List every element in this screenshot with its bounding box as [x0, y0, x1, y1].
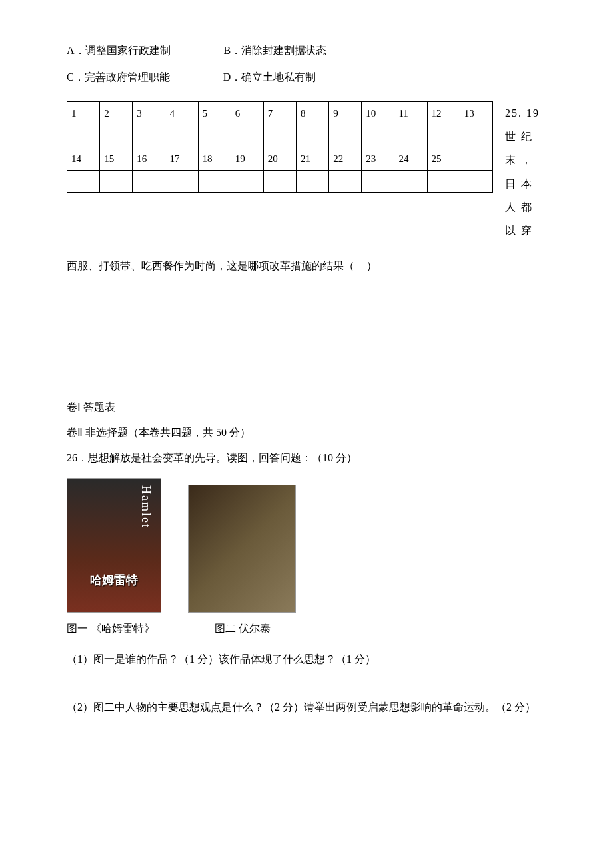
- captions-row: 图一 《哈姆雷特》 图二 伏尔泰: [67, 618, 546, 639]
- cell[interactable]: [296, 171, 328, 193]
- side-line: 末 ，: [505, 148, 540, 171]
- table-row: 14 15 16 17 18 19 20 21 22 23 24 25: [67, 147, 493, 171]
- q26-title: 26．思想解放是社会变革的先导。读图，回答问题：（10 分）: [67, 447, 546, 469]
- option-d: D．确立土地私有制: [223, 67, 316, 88]
- cell[interactable]: 14: [67, 147, 100, 171]
- cell[interactable]: [394, 125, 427, 147]
- option-b: B．消除封建割据状态: [224, 40, 327, 61]
- caption-1: 图一 《哈姆雷特》: [67, 618, 155, 639]
- cell[interactable]: [231, 171, 263, 193]
- caption-2: 图二 伏尔泰: [215, 618, 271, 639]
- images-row: Hamlet 哈姆雷特: [67, 478, 546, 613]
- section2-title: 卷Ⅱ 非选择题（本卷共四题，共 50 分）: [67, 422, 546, 443]
- q26-sub2: （2）图二中人物的主要思想观点是什么？（2 分）请举出两例受启蒙思想影响的革命运…: [67, 697, 546, 718]
- side-line: 日 本: [505, 172, 540, 195]
- cell[interactable]: 17: [165, 147, 198, 171]
- q25-tail: 西服、打领带、吃西餐作为时尚，这是哪项改革措施的结果（ ）: [67, 255, 546, 277]
- cell[interactable]: [460, 171, 492, 193]
- section-block: 卷Ⅰ 答题表 卷Ⅱ 非选择题（本卷共四题，共 50 分） 26．思想解放是社会变…: [67, 397, 546, 718]
- cell[interactable]: 5: [198, 102, 231, 125]
- cell[interactable]: [296, 125, 328, 147]
- cell[interactable]: 1: [67, 102, 100, 125]
- cell[interactable]: [263, 171, 296, 193]
- q25-close: ）: [366, 260, 377, 271]
- cell[interactable]: 12: [427, 102, 460, 125]
- cell[interactable]: [67, 125, 100, 147]
- table-row: [67, 125, 493, 147]
- cell[interactable]: 13: [460, 102, 492, 125]
- cell[interactable]: 18: [198, 147, 231, 171]
- cell[interactable]: 4: [165, 102, 198, 125]
- cell[interactable]: 10: [362, 102, 394, 125]
- cell[interactable]: 3: [133, 102, 165, 125]
- cell[interactable]: 25: [427, 147, 460, 171]
- side-line: 世 纪: [505, 125, 540, 148]
- table-row: [67, 171, 493, 193]
- cell[interactable]: 6: [231, 102, 263, 125]
- cell[interactable]: 2: [100, 102, 133, 125]
- side-line: 以 穿: [505, 219, 540, 242]
- cell[interactable]: 9: [329, 102, 362, 125]
- option-c: C．完善政府管理职能: [67, 67, 170, 88]
- cell[interactable]: [362, 171, 394, 193]
- q25-side-text: 25. 19 世 纪 末 ， 日 本 人 都 以 穿: [505, 101, 540, 242]
- cell[interactable]: 24: [394, 147, 427, 171]
- cell[interactable]: 22: [329, 147, 362, 171]
- q26-sub1: （1）图一是谁的作品？（1 分）该作品体现了什么思想？（1 分）: [67, 649, 546, 670]
- image-voltaire: [188, 485, 296, 613]
- cell[interactable]: [231, 125, 263, 147]
- hamlet-side-text: Hamlet: [134, 485, 158, 529]
- options-row-2: C．完善政府管理职能 D．确立土地私有制: [67, 67, 546, 88]
- cell[interactable]: [165, 125, 198, 147]
- cell[interactable]: [133, 125, 165, 147]
- answer-table: 1 2 3 4 5 6 7 8 9 10 11 12 13 14 15 16 1…: [67, 101, 493, 193]
- q25-text: 西服、打领带、吃西餐作为时尚，这是哪项改革措施的结果（: [67, 260, 354, 271]
- cell[interactable]: [427, 171, 460, 193]
- cell[interactable]: 16: [133, 147, 165, 171]
- cell[interactable]: 11: [394, 102, 427, 125]
- cell[interactable]: 21: [296, 147, 328, 171]
- cell[interactable]: [329, 171, 362, 193]
- table-row: 1 2 3 4 5 6 7 8 9 10 11 12 13: [67, 102, 493, 125]
- cell[interactable]: 23: [362, 147, 394, 171]
- options-row-1: A．调整国家行政建制 B．消除封建割据状态: [67, 40, 546, 61]
- side-line: 25. 19: [505, 101, 540, 125]
- cell[interactable]: 15: [100, 147, 133, 171]
- hamlet-title-text: 哈姆雷特: [67, 568, 161, 592]
- cell[interactable]: [427, 125, 460, 147]
- cell[interactable]: [100, 171, 133, 193]
- section1-title: 卷Ⅰ 答题表: [67, 397, 546, 418]
- cell[interactable]: [198, 171, 231, 193]
- cell[interactable]: 19: [231, 147, 263, 171]
- cell[interactable]: [394, 171, 427, 193]
- blank-paren[interactable]: [354, 260, 366, 271]
- image-hamlet: Hamlet 哈姆雷特: [67, 478, 161, 613]
- cell[interactable]: [362, 125, 394, 147]
- cell[interactable]: 8: [296, 102, 328, 125]
- cell[interactable]: [329, 125, 362, 147]
- cell[interactable]: [460, 147, 492, 171]
- cell[interactable]: 20: [263, 147, 296, 171]
- answer-table-wrapper: 1 2 3 4 5 6 7 8 9 10 11 12 13 14 15 16 1…: [67, 101, 546, 242]
- cell[interactable]: [263, 125, 296, 147]
- cell[interactable]: [67, 171, 100, 193]
- cell[interactable]: [460, 125, 492, 147]
- cell[interactable]: [100, 125, 133, 147]
- cell[interactable]: [133, 171, 165, 193]
- side-line: 人 都: [505, 195, 540, 219]
- cell[interactable]: [165, 171, 198, 193]
- cell[interactable]: 7: [263, 102, 296, 125]
- cell[interactable]: [198, 125, 231, 147]
- option-a: A．调整国家行政建制: [67, 40, 171, 61]
